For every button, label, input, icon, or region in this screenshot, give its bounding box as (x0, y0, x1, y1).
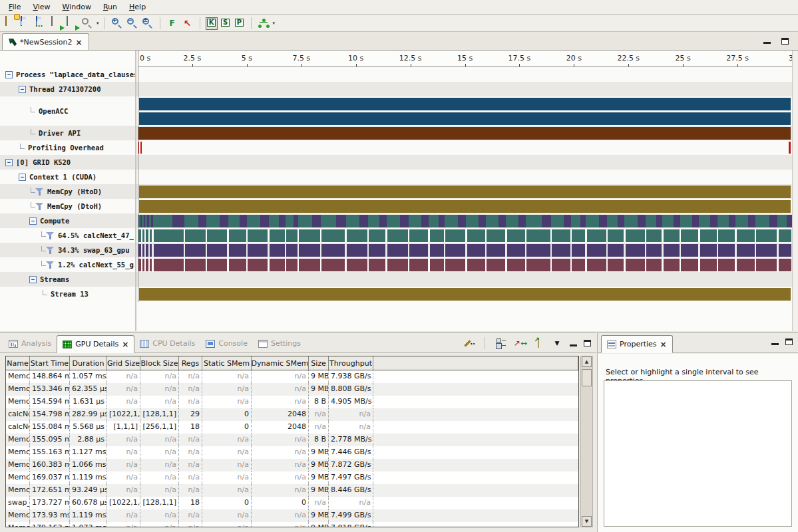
timeline-bar[interactable] (674, 215, 680, 227)
timeline-bar[interactable] (138, 244, 141, 257)
timeline-bar[interactable] (153, 215, 172, 227)
tree-collapse-icon[interactable]: − (5, 71, 13, 78)
timeline-bar[interactable] (270, 259, 285, 271)
timeline-bar[interactable] (699, 215, 710, 227)
timeline-bar[interactable] (142, 259, 144, 271)
timeline-bar[interactable] (139, 288, 791, 301)
group-segments-icon[interactable] (495, 337, 507, 349)
analysis-tree-icon[interactable] (257, 17, 270, 30)
timeline-bar[interactable] (626, 244, 645, 257)
table-row[interactable]: Memcpy153.346 ms62.355 µsn/an/an/an/an/a… (6, 383, 578, 396)
timeline-bar[interactable] (142, 229, 144, 242)
timeline-bar[interactable] (240, 215, 247, 227)
zoom-in-icon[interactable]: + (110, 17, 124, 30)
timeline-row-label[interactable]: −Process "laplace_data_clauses 10... (0, 67, 135, 82)
timeline-bar[interactable] (184, 215, 198, 227)
timeline-bar[interactable] (466, 215, 478, 227)
timeline-bar[interactable] (387, 229, 408, 242)
timeline-bar[interactable] (185, 229, 206, 242)
timeline-bar[interactable] (248, 244, 268, 257)
timeline-bar[interactable] (154, 244, 184, 257)
timeline-bar[interactable] (587, 259, 606, 271)
timeline-bar[interactable] (681, 244, 698, 257)
timeline-bar[interactable] (409, 244, 428, 257)
timeline-bar[interactable] (154, 259, 184, 271)
timeline-bar[interactable] (680, 215, 692, 227)
timeline-bar[interactable] (664, 259, 680, 271)
timeline-bar[interactable] (336, 215, 345, 227)
timeline-row-label[interactable]: Profiling Overhead (0, 140, 135, 155)
menu-help[interactable]: Help (123, 1, 152, 13)
zoom-reset-icon[interactable]: ± (141, 17, 154, 30)
tab-gpu-details[interactable]: GPU Details× (57, 335, 134, 353)
timeline-bar[interactable] (286, 259, 297, 271)
properties-tab-close-icon[interactable]: × (660, 341, 667, 348)
timeline-bar[interactable] (486, 215, 499, 227)
timeline-bar[interactable] (646, 259, 662, 271)
timeline-bar[interactable] (467, 244, 485, 257)
timeline-bar[interactable] (718, 259, 735, 271)
timeline-bar[interactable] (154, 229, 184, 242)
timeline-bar[interactable] (445, 259, 465, 271)
timeline-bar[interactable] (662, 215, 673, 227)
timeline-bar[interactable] (387, 215, 401, 227)
timeline-bar[interactable] (718, 244, 735, 257)
timeline-bar[interactable] (458, 215, 466, 227)
timeline-bar[interactable] (299, 229, 320, 242)
timeline-bar[interactable] (294, 215, 298, 227)
timeline-vertical-scrollbar[interactable] (792, 51, 798, 331)
timeline-row-label[interactable]: 34.3% swap_63_gpu (0, 243, 135, 257)
timeline-bar[interactable] (368, 215, 379, 227)
timeline-bar[interactable] (139, 112, 791, 125)
timeline-bar[interactable] (499, 215, 506, 227)
table-row[interactable]: calcNext155.084 ms5.568 µs[1,1,1][256,1,… (6, 421, 578, 434)
timeline-bar[interactable] (347, 259, 367, 271)
move-interval-icon[interactable]: ↗↔ (514, 337, 526, 349)
timeline-bar[interactable] (439, 215, 445, 227)
timeline-bar[interactable] (220, 215, 228, 227)
menu-file[interactable]: File (3, 1, 27, 13)
timeline-bar[interactable] (445, 215, 458, 227)
timeline-bar[interactable] (409, 215, 421, 227)
marker-flag-icon[interactable]: F (166, 17, 179, 30)
menu-run[interactable]: Run (97, 1, 123, 13)
timeline-bar[interactable] (710, 215, 717, 227)
timeline-bar[interactable] (269, 215, 280, 227)
timeline-row-label[interactable]: Driver API (0, 126, 135, 140)
timeline-bar[interactable] (298, 215, 312, 227)
timeline-bar[interactable] (279, 215, 286, 227)
timeline-bar[interactable] (777, 215, 786, 227)
timeline-bar[interactable] (518, 215, 526, 227)
timeline-bar[interactable] (346, 215, 360, 227)
filter-funnel-icon[interactable] (46, 231, 55, 240)
timeline-bar[interactable] (229, 244, 246, 257)
timeline-bar[interactable] (526, 215, 542, 227)
save-icon[interactable] (19, 17, 33, 30)
profile-application-icon[interactable] (50, 17, 63, 30)
timeline-bar[interactable] (748, 215, 755, 227)
tree-collapse-icon[interactable]: − (19, 86, 26, 93)
table-row[interactable]: Memcpy155.095 ms2.88 µsn/an/an/an/an/a8 … (6, 434, 578, 446)
timeline-bar[interactable] (586, 215, 599, 227)
timeline-bar[interactable] (487, 259, 505, 271)
menu-view[interactable]: View (27, 1, 56, 13)
timeline-bar[interactable] (299, 259, 320, 271)
scroll-up-icon[interactable]: ▲ (582, 356, 592, 367)
timeline-bar[interactable] (185, 259, 206, 271)
timeline-bar[interactable] (552, 229, 570, 242)
table-row[interactable]: Memcpy173.93 ms1.119 msn/an/an/an/an/a9 … (6, 509, 578, 522)
timeline-bar[interactable] (507, 244, 525, 257)
timeline-bar[interactable] (185, 244, 206, 257)
timeline-bar[interactable] (409, 229, 428, 242)
timeline-bar[interactable] (756, 259, 777, 271)
timeline-row-label[interactable]: 1.2% calcNext_55_g... (0, 257, 135, 272)
timeline-bar[interactable] (207, 229, 227, 242)
tree-collapse-icon[interactable]: − (29, 276, 37, 283)
edit-filter-icon[interactable]: .. (463, 337, 475, 349)
timeline-bar[interactable] (789, 142, 791, 154)
table-row[interactable]: Memcpy148.864 ms1.057 msn/an/an/an/an/a9… (6, 370, 578, 383)
timeline-bar[interactable] (626, 259, 645, 271)
table-row[interactable]: Memcpy154.594 ms1.631 µsn/an/an/an/an/a8… (6, 396, 578, 408)
timeline-bar[interactable] (507, 259, 525, 271)
timeline-bar[interactable] (146, 229, 148, 242)
